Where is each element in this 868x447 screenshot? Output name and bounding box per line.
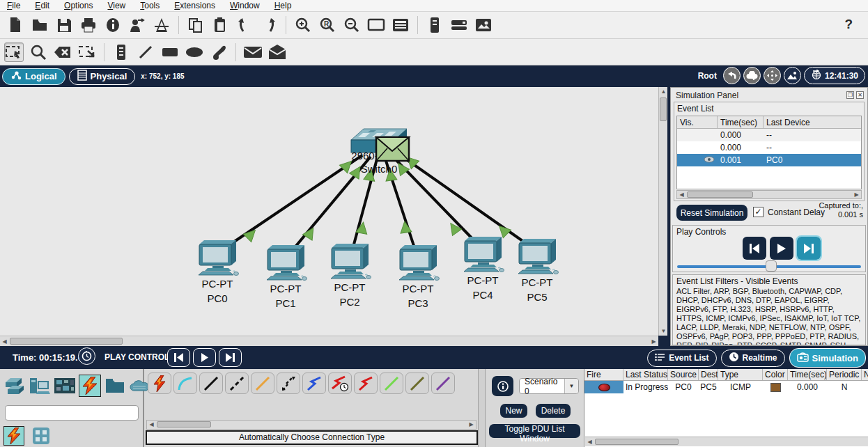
connections-scrollbar[interactable]: ◀ ▶ — [146, 420, 476, 430]
scroll-right-icon[interactable]: ▶ — [649, 336, 658, 347]
connections-subcategory[interactable] — [3, 426, 24, 446]
draw-rectangle-tool-icon[interactable] — [160, 42, 180, 62]
event-row-selected[interactable]: 0.001 PC0 — [677, 154, 861, 166]
auto-connect-cable-button[interactable] — [148, 372, 171, 394]
miscellaneous-category[interactable] — [104, 375, 126, 397]
delete-tool-icon[interactable] — [53, 42, 72, 62]
tab-physical[interactable]: Physical — [69, 68, 136, 85]
power-cycle-clock-icon[interactable] — [78, 347, 95, 365]
usb-cable-button[interactable] — [431, 372, 455, 394]
fiber-cable-button[interactable] — [251, 372, 274, 394]
redo-icon[interactable] — [259, 15, 279, 35]
pc3-device[interactable] — [399, 245, 440, 281]
custom-devices-icon[interactable] — [391, 15, 410, 35]
activity-wizard-icon[interactable] — [127, 15, 147, 35]
zoom-reset-icon[interactable]: R — [318, 15, 337, 35]
menu-view[interactable]: View — [107, 1, 125, 10]
phone-cable-button[interactable] — [277, 372, 300, 394]
copper-straight-cable-button[interactable] — [199, 372, 223, 394]
pc4-device[interactable] — [464, 237, 504, 272]
event-list-table[interactable]: Vis. Time(sec) Last Device 0.000 -- 0.00… — [676, 116, 862, 189]
scenario-info-button[interactable] — [492, 376, 513, 396]
viewport-clock[interactable]: 12:41:30 — [804, 67, 865, 84]
scroll-right-icon[interactable]: ▶ — [852, 191, 861, 199]
menu-help[interactable]: Help — [274, 1, 292, 10]
event-row[interactable]: 0.000 -- — [677, 129, 861, 141]
inspect-tool-icon[interactable] — [29, 42, 48, 62]
pdu-color-swatch[interactable] — [770, 383, 781, 392]
menu-file[interactable]: File — [7, 1, 20, 10]
drawing-compass-icon[interactable] — [152, 15, 171, 35]
pdu-list-scrollbar[interactable]: ◀ — [585, 437, 868, 446]
new-scenario-button[interactable]: New — [500, 404, 527, 418]
pc5-device[interactable] — [518, 239, 559, 274]
pc0-device[interactable] — [199, 240, 239, 276]
device-filter-input[interactable] — [5, 405, 139, 421]
pdu-row[interactable]: In Progress PC0 PC5 ICMP 0.000 N — [584, 381, 868, 393]
back-navigation-icon[interactable] — [723, 67, 741, 84]
menu-extensions[interactable]: Extensions — [174, 1, 215, 10]
draw-line-tool-icon[interactable] — [136, 42, 155, 62]
grid-view-subcategory[interactable] — [30, 425, 52, 447]
menu-options[interactable]: Options — [64, 1, 93, 10]
close-panel-icon[interactable]: ✕ — [856, 91, 864, 99]
move-object-icon[interactable] — [764, 67, 781, 84]
reset-simulation-button[interactable]: Reset Simulation — [676, 205, 747, 221]
delete-scenario-button[interactable]: Delete — [536, 404, 571, 418]
float-panel-icon[interactable]: ❐ — [846, 91, 854, 99]
new-file-icon[interactable] — [6, 15, 25, 35]
scroll-left-icon[interactable]: ◀ — [585, 437, 594, 446]
slider-thumb[interactable] — [766, 260, 777, 272]
menu-window[interactable]: Window — [230, 1, 260, 10]
menu-edit[interactable]: Edit — [35, 1, 49, 10]
dropdown-arrow-icon[interactable]: ▼ — [564, 379, 578, 393]
palette-vertical-scrollbar[interactable] — [478, 369, 486, 447]
step-forward-button[interactable] — [797, 237, 821, 260]
toggle-pdu-list-button[interactable]: Toggle PDU List Window — [489, 424, 580, 438]
menu-tools[interactable]: Tools — [140, 1, 160, 10]
event-row[interactable]: 0.000 -- — [677, 141, 861, 154]
add-complex-pdu-icon[interactable] — [268, 42, 287, 62]
console-cable-button[interactable] — [173, 372, 197, 394]
draw-ellipse-tool-icon[interactable] — [185, 42, 204, 62]
resize-shape-tool-icon[interactable] — [77, 42, 97, 62]
fire-pdu-cell[interactable] — [584, 381, 623, 393]
scenario-dropdown[interactable]: Scenario 0 ▼ — [519, 378, 579, 394]
pdu-envelope-icon[interactable] — [376, 137, 409, 161]
event-list-scrollbar[interactable]: ◀ ▶ — [676, 190, 862, 199]
scroll-up-icon[interactable]: ▲ — [659, 87, 668, 96]
octal-cable-button[interactable] — [380, 372, 403, 394]
fire-indicator-icon[interactable] — [598, 384, 610, 391]
help-icon[interactable]: ? — [844, 17, 853, 32]
open-file-icon[interactable] — [30, 15, 49, 35]
tab-logical[interactable]: Logical — [2, 68, 65, 85]
forward-button[interactable] — [219, 348, 242, 367]
canvas-vertical-scrollbar[interactable]: ▲ ▼ — [658, 87, 667, 336]
end-devices-category[interactable] — [29, 375, 51, 397]
draw-freeform-tool-icon[interactable] — [209, 42, 228, 62]
serial-dte-cable-button[interactable] — [354, 372, 378, 394]
zoom-in-icon[interactable] — [293, 15, 313, 35]
back-button[interactable] — [167, 348, 190, 367]
scroll-left-icon[interactable]: ◀ — [147, 421, 156, 429]
scroll-right-icon[interactable]: ▶ — [467, 421, 476, 429]
zoom-out-icon[interactable] — [342, 15, 362, 35]
pc2-device[interactable] — [331, 244, 371, 279]
step-back-button[interactable] — [743, 237, 766, 260]
serial-dce-cable-button[interactable] — [328, 372, 352, 394]
scroll-left-icon[interactable]: ◀ — [677, 191, 686, 199]
logical-workspace-canvas[interactable]: 2960-24TT Switch0 PC-PTPC0 PC-PTPC1 PC-P… — [0, 87, 658, 336]
coaxial-cable-button[interactable] — [302, 372, 326, 394]
constant-delay-checkbox[interactable]: ✓ — [753, 207, 764, 217]
paste-icon[interactable] — [210, 15, 230, 35]
set-background-image-icon[interactable] — [784, 67, 801, 84]
components-category[interactable] — [54, 375, 76, 397]
connections-category[interactable] — [79, 375, 101, 397]
add-simple-pdu-icon[interactable] — [243, 42, 263, 62]
copy-icon[interactable] — [186, 15, 206, 35]
network-devices-category[interactable] — [3, 375, 26, 397]
iot-custom-cable-button[interactable] — [405, 372, 429, 394]
snapshot-image-icon[interactable] — [474, 15, 493, 35]
canvas-horizontal-scrollbar[interactable]: ◀ ▶ — [0, 336, 658, 346]
notes-icon[interactable] — [425, 15, 444, 35]
